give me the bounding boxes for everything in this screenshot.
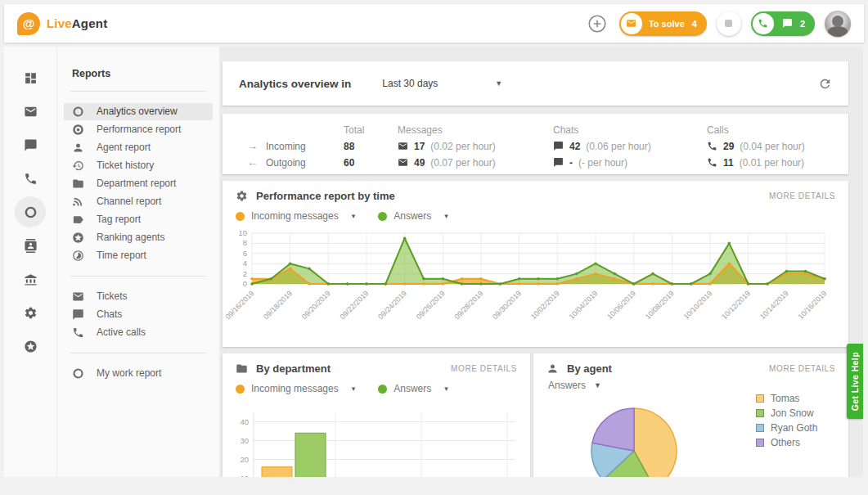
svg-text:09/24/2019: 09/24/2019 bbox=[376, 289, 408, 321]
legend-item-answers[interactable]: Answers▾ bbox=[378, 210, 448, 222]
sidebar-item-channel-report[interactable]: Channel report bbox=[64, 193, 213, 210]
stats-calls-cell: 11(0.01 per hour) bbox=[707, 157, 848, 169]
rail-item-more[interactable] bbox=[15, 331, 46, 362]
svg-text:2: 2 bbox=[243, 269, 247, 278]
legend-item-incoming-messages[interactable]: Incoming messages▾ bbox=[236, 210, 355, 222]
history-icon bbox=[72, 160, 84, 172]
agent-metric-select[interactable]: Answers ▼ bbox=[548, 380, 601, 391]
agent-legend: TomasJon SnowRyan GothOthers bbox=[756, 393, 817, 448]
svg-text:30: 30 bbox=[240, 436, 249, 445]
sidebar-item-label: Analytics overview bbox=[97, 106, 178, 118]
rail-item-chats[interactable] bbox=[15, 129, 46, 160]
to-solve-button[interactable]: To solve 4 bbox=[619, 11, 707, 36]
legend-color-swatch bbox=[756, 409, 764, 417]
get-live-help-button[interactable]: Get Live Help bbox=[847, 344, 863, 419]
envelope-icon bbox=[626, 18, 636, 29]
legend-item-incoming-messages[interactable]: Incoming messages▾ bbox=[236, 383, 355, 394]
analytics-toolbar: Analytics overview in Last 30 days ▼ bbox=[223, 61, 848, 106]
sidebar-item-ranking-agents[interactable]: Ranking agents bbox=[64, 229, 213, 246]
legend-label: Answers bbox=[394, 210, 431, 222]
summary-stats-card: TotalMessagesChatsCalls→Incoming8817(0.0… bbox=[223, 114, 848, 174]
phone-icon bbox=[72, 326, 84, 339]
pie-slice-others bbox=[592, 408, 634, 451]
department-more-details-link[interactable]: MORE DETAILS bbox=[451, 364, 517, 373]
agent-more-details-link[interactable]: MORE DETAILS bbox=[769, 364, 835, 373]
svg-text:10/08/2019: 10/08/2019 bbox=[644, 289, 676, 321]
legend-color-swatch bbox=[236, 385, 245, 394]
sidebar-item-active-calls[interactable]: Active calls bbox=[64, 324, 213, 341]
svg-text:09/28/2019: 09/28/2019 bbox=[452, 289, 484, 321]
gear-icon bbox=[24, 306, 38, 320]
sidebar-item-ticket-history[interactable]: Ticket history bbox=[64, 157, 213, 174]
perf-legend: Incoming messages▾Answers▾ bbox=[223, 205, 848, 223]
rss-icon bbox=[72, 196, 84, 208]
svg-text:09/30/2019: 09/30/2019 bbox=[491, 289, 523, 321]
timelapse-icon bbox=[72, 250, 84, 262]
date-range-select[interactable]: Last 30 days ▼ bbox=[382, 78, 502, 89]
legend-item-others: Others bbox=[756, 437, 817, 448]
svg-text:4: 4 bbox=[243, 259, 247, 268]
liveagent-logo[interactable]: @ LiveAgent bbox=[17, 12, 107, 35]
to-solve-label: To solve bbox=[649, 19, 685, 29]
stats-column-header: Chats bbox=[553, 124, 707, 136]
donut-icon bbox=[72, 106, 84, 118]
perf-icon bbox=[72, 124, 84, 136]
by-department-title: By department bbox=[256, 362, 331, 375]
rail-item-customers[interactable] bbox=[15, 230, 46, 261]
calls-status-button[interactable]: 2 bbox=[751, 11, 815, 36]
rail-item-configuration[interactable] bbox=[15, 297, 46, 328]
sidebar-item-analytics-overview[interactable]: Analytics overview bbox=[64, 103, 213, 120]
dept-legend: Incoming messages▾Answers▾ bbox=[223, 378, 530, 396]
stats-chats-rate: (- per hour) bbox=[578, 157, 627, 169]
sidebar-item-agent-report[interactable]: Agent report bbox=[64, 139, 213, 156]
incoming-arrow-icon: → bbox=[247, 140, 258, 152]
sidebar-item-chats[interactable]: Chats bbox=[64, 306, 213, 323]
stats-total-value: 60 bbox=[344, 157, 398, 169]
svg-text:09/18/2019: 09/18/2019 bbox=[262, 289, 294, 321]
sidebar-item-label: Time report bbox=[97, 250, 146, 262]
sidebar-item-my-work-report[interactable]: My work report bbox=[64, 365, 213, 382]
legend-item-answers[interactable]: Answers▾ bbox=[378, 383, 448, 394]
svg-text:0: 0 bbox=[243, 279, 247, 288]
stats-chats-cell: -(- per hour) bbox=[553, 157, 707, 169]
rail-item-reports[interactable] bbox=[15, 196, 46, 227]
user-avatar[interactable] bbox=[825, 11, 851, 37]
sidebar-item-label: Ranking agents bbox=[97, 232, 164, 244]
add-button[interactable] bbox=[585, 11, 609, 36]
rail-item-calls[interactable] bbox=[15, 163, 46, 194]
stats-row-label: Outgoing bbox=[266, 157, 306, 169]
rail-item-academy[interactable] bbox=[15, 263, 46, 295]
rail-item-tickets[interactable] bbox=[15, 96, 46, 127]
pause-button[interactable] bbox=[717, 11, 741, 36]
stats-messages-value: 17 bbox=[414, 141, 425, 152]
phone-icon bbox=[707, 141, 717, 151]
legend-item-jon-snow: Jon Snow bbox=[756, 407, 817, 419]
refresh-button[interactable] bbox=[818, 77, 832, 91]
stats-chats-rate: (0.06 per hour) bbox=[586, 141, 650, 152]
sidebar-item-tickets[interactable]: Tickets bbox=[64, 288, 213, 305]
sidebar-item-label: Active calls bbox=[97, 326, 146, 339]
sidebar-item-department-report[interactable]: Department report bbox=[64, 175, 213, 192]
caret-down-icon: ▾ bbox=[352, 385, 356, 393]
sidebar-item-time-report[interactable]: Time report bbox=[64, 247, 213, 264]
svg-text:10/04/2019: 10/04/2019 bbox=[567, 289, 599, 321]
stats-total-value: 88 bbox=[344, 141, 398, 152]
dashboard-icon bbox=[24, 71, 38, 85]
svg-text:09/20/2019: 09/20/2019 bbox=[300, 289, 332, 321]
stats-calls-rate: (0.01 per hour) bbox=[740, 157, 804, 169]
sidebar-item-tag-report[interactable]: Tag report bbox=[64, 211, 213, 228]
rail-item-dashboard[interactable] bbox=[15, 62, 46, 93]
svg-text:8: 8 bbox=[243, 238, 247, 247]
stats-calls-rate: (0.04 per hour) bbox=[740, 141, 804, 152]
stats-column-header: Calls bbox=[707, 124, 848, 136]
by-department-card: By department MORE DETAILS Incoming mess… bbox=[223, 353, 530, 477]
donut-icon bbox=[24, 205, 38, 219]
legend-item-tomas: Tomas bbox=[756, 393, 817, 404]
chat-icon bbox=[24, 138, 38, 152]
stats-chats-value: 42 bbox=[569, 141, 580, 152]
svg-text:40: 40 bbox=[240, 417, 249, 426]
stars-icon bbox=[24, 340, 38, 353]
sidebar-item-performance-report[interactable]: Performance report bbox=[64, 121, 213, 138]
performance-more-details-link[interactable]: MORE DETAILS bbox=[769, 191, 835, 200]
caret-down-icon: ▼ bbox=[594, 381, 601, 389]
